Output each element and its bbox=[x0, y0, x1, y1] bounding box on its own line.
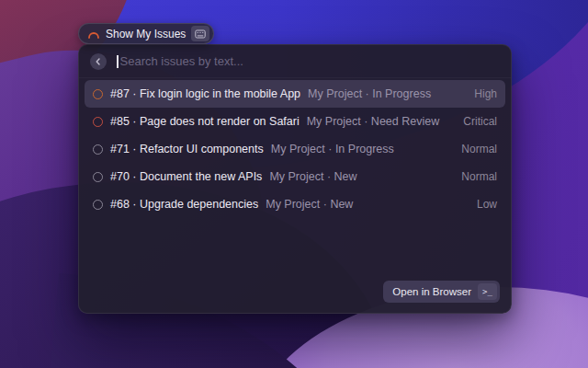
issue-title: #71 · Refactor UI components bbox=[110, 143, 264, 155]
back-button[interactable] bbox=[90, 53, 107, 70]
issue-title: #85 · Page does not render on Safari bbox=[110, 115, 300, 128]
keyboard-icon[interactable] bbox=[191, 26, 209, 41]
issue-meta: My Project · New bbox=[269, 170, 356, 183]
arc-logo-icon bbox=[87, 28, 100, 40]
issue-meta: My Project · New bbox=[266, 198, 353, 211]
show-my-issues-pill[interactable]: Show My Issues bbox=[78, 23, 214, 44]
pill-label: Show My Issues bbox=[106, 28, 186, 40]
issue-status-icon bbox=[93, 117, 103, 127]
open-in-browser-button[interactable]: Open in Browser >_ bbox=[383, 281, 500, 303]
open-in-browser-label: Open in Browser bbox=[392, 286, 471, 297]
issue-priority: Low bbox=[477, 198, 497, 211]
issue-title: #68 · Upgrade dependencies bbox=[110, 198, 258, 211]
terminal-prompt-icon: >_ bbox=[478, 283, 497, 300]
search-bar bbox=[79, 45, 511, 78]
issue-meta: My Project · In Progress bbox=[308, 87, 431, 100]
issue-meta: My Project · In Progress bbox=[271, 143, 394, 155]
issue-title: #70 · Document the new APIs bbox=[110, 170, 262, 183]
issue-row[interactable]: #68 · Upgrade dependenciesMy Project · N… bbox=[85, 190, 505, 218]
issue-row[interactable]: #85 · Page does not render on SafariMy P… bbox=[85, 108, 505, 135]
issue-row[interactable]: #87 · Fix login logic in the mobile AppM… bbox=[85, 80, 505, 108]
issue-status-icon bbox=[93, 172, 103, 182]
issue-row[interactable]: #70 · Document the new APIsMy Project · … bbox=[85, 163, 505, 190]
issue-priority: Normal bbox=[461, 170, 497, 183]
issue-status-icon bbox=[93, 200, 103, 210]
issue-title: #87 · Fix login logic in the mobile App bbox=[110, 87, 300, 100]
issue-priority: Critical bbox=[463, 115, 497, 128]
issue-row[interactable]: #71 · Refactor UI componentsMy Project ·… bbox=[85, 135, 505, 163]
issues-list: #87 · Fix login logic in the mobile AppM… bbox=[79, 78, 511, 218]
chevron-left-icon bbox=[94, 57, 103, 66]
issue-priority: High bbox=[474, 87, 497, 100]
issue-priority: Normal bbox=[461, 143, 497, 155]
issue-meta: My Project · Need Review bbox=[307, 115, 440, 128]
issues-panel: #87 · Fix login logic in the mobile AppM… bbox=[78, 44, 512, 314]
search-input[interactable] bbox=[119, 54, 501, 68]
issue-status-icon bbox=[93, 144, 103, 155]
issue-status-icon bbox=[93, 89, 103, 99]
